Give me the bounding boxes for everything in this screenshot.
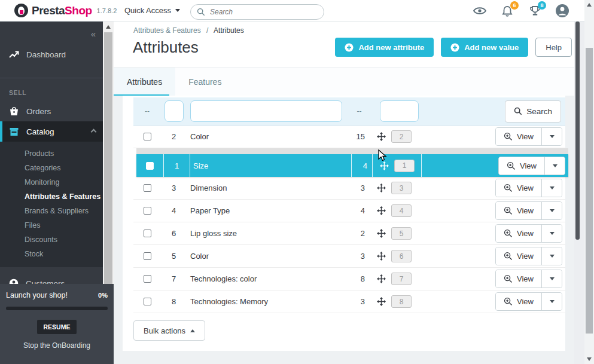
row-checkbox[interactable] bbox=[144, 252, 151, 260]
move-handle-icon[interactable] bbox=[377, 206, 386, 215]
table-row: 2 Color 15 2 View bbox=[133, 126, 565, 148]
view-dropdown-caret[interactable] bbox=[544, 157, 565, 175]
view-dropdown-caret[interactable] bbox=[541, 202, 562, 219]
row-id: 2 bbox=[161, 132, 187, 141]
view-button[interactable]: View bbox=[496, 247, 541, 265]
row-name: Color bbox=[187, 132, 349, 141]
notifications-bell-icon[interactable]: 6 bbox=[500, 4, 514, 18]
sidebar-item-products[interactable]: Products bbox=[0, 146, 103, 161]
row-name: Size bbox=[190, 154, 352, 177]
position-input[interactable]: 1 bbox=[394, 160, 415, 172]
view-button[interactable]: View bbox=[496, 179, 541, 197]
view-dropdown-caret[interactable] bbox=[541, 128, 562, 145]
sidebar-item-stock[interactable]: Stock bbox=[0, 247, 103, 261]
position-input[interactable]: 5 bbox=[391, 227, 412, 240]
position-input[interactable]: 4 bbox=[391, 204, 412, 217]
profile-avatar[interactable] bbox=[555, 4, 569, 18]
position-input[interactable]: 6 bbox=[391, 250, 412, 262]
move-handle-icon[interactable] bbox=[377, 252, 386, 261]
view-button[interactable]: View bbox=[496, 128, 541, 145]
view-shop-eye-icon[interactable] bbox=[473, 4, 487, 18]
stop-onboarding-link[interactable]: Stop the OnBoarding bbox=[6, 341, 108, 350]
sidebar-item-categories[interactable]: Categories bbox=[0, 161, 103, 175]
sidebar-item-files[interactable]: Files bbox=[0, 218, 103, 233]
view-button[interactable]: View bbox=[496, 293, 541, 310]
sidebar-item-brands-suppliers[interactable]: Brands & Suppliers bbox=[0, 204, 103, 218]
row-name: Technologies: color bbox=[187, 274, 349, 283]
trophy-icon[interactable]: 8 bbox=[528, 4, 542, 18]
filter-values-dash: -- bbox=[349, 107, 370, 115]
position-input[interactable]: 2 bbox=[391, 130, 412, 143]
tab-attributes[interactable]: Attributes bbox=[114, 68, 175, 96]
view-dropdown-caret[interactable] bbox=[541, 225, 562, 242]
view-button[interactable]: View bbox=[496, 202, 541, 219]
view-dropdown-caret[interactable] bbox=[541, 293, 562, 310]
scroll-down-arrow-icon[interactable] bbox=[587, 357, 592, 361]
onboarding-progress-bar bbox=[6, 307, 108, 310]
view-button[interactable]: View bbox=[499, 157, 544, 175]
zoom-in-icon bbox=[504, 132, 513, 141]
move-handle-icon[interactable] bbox=[377, 132, 386, 141]
sidebar-item-discounts[interactable]: Discounts bbox=[0, 233, 103, 247]
bulk-actions-button[interactable]: Bulk actions bbox=[133, 320, 205, 341]
inner-scrollbar[interactable] bbox=[574, 22, 584, 364]
row-checkbox[interactable] bbox=[144, 207, 151, 215]
search-input[interactable] bbox=[210, 8, 306, 16]
filter-name-input[interactable] bbox=[190, 100, 342, 122]
filter-position-input[interactable] bbox=[380, 100, 419, 122]
add-new-attribute-button[interactable]: Add new attribute bbox=[335, 38, 434, 57]
orders-basket-icon bbox=[9, 106, 19, 116]
position-input[interactable]: 8 bbox=[391, 295, 412, 308]
move-handle-icon[interactable] bbox=[377, 297, 386, 306]
sidebar-item-monitoring[interactable]: Monitoring bbox=[0, 175, 103, 189]
row-name: Technologies: Memory bbox=[187, 297, 349, 306]
row-values-count: 8 bbox=[349, 274, 370, 283]
row-checkbox[interactable] bbox=[144, 275, 151, 283]
prestashop-logo-icon bbox=[14, 4, 28, 17]
window-scrollbar[interactable] bbox=[584, 0, 594, 364]
view-split-button: View bbox=[495, 179, 562, 197]
move-handle-icon[interactable] bbox=[377, 274, 386, 283]
position-input[interactable]: 3 bbox=[391, 182, 412, 194]
filter-search-button[interactable]: Search bbox=[505, 100, 561, 123]
row-checkbox[interactable] bbox=[146, 162, 154, 170]
move-handle-icon[interactable] bbox=[377, 183, 386, 192]
view-button[interactable]: View bbox=[496, 270, 541, 287]
sidebar-collapse-icon[interactable]: « bbox=[91, 29, 95, 39]
tab-features[interactable]: Features bbox=[175, 68, 234, 96]
plus-circle-icon bbox=[345, 43, 354, 52]
sidebar-item-orders[interactable]: Orders bbox=[0, 101, 103, 121]
row-checkbox[interactable] bbox=[144, 184, 151, 192]
add-new-value-button[interactable]: Add new value bbox=[441, 38, 528, 57]
resume-button[interactable]: RESUME bbox=[37, 320, 77, 334]
prestashop-logo[interactable]: PrestaShop 1.7.8.2 bbox=[0, 4, 120, 17]
view-dropdown-caret[interactable] bbox=[541, 270, 562, 287]
row-name: Lip gloss size bbox=[187, 229, 349, 238]
view-button[interactable]: View bbox=[496, 225, 541, 242]
position-input[interactable]: 7 bbox=[391, 273, 412, 285]
scroll-up-arrow-icon[interactable] bbox=[587, 3, 592, 7]
filter-id-input[interactable] bbox=[165, 100, 184, 122]
row-checkbox[interactable] bbox=[144, 133, 151, 140]
move-handle-icon[interactable] bbox=[380, 161, 389, 170]
view-dropdown-caret[interactable] bbox=[541, 179, 562, 197]
row-checkbox[interactable] bbox=[144, 298, 151, 305]
breadcrumb-parent[interactable]: Attributes & Features bbox=[133, 26, 201, 35]
sidebar-scrollbar-thumb[interactable] bbox=[104, 32, 112, 284]
sidebar-item-catalog[interactable]: Catalog bbox=[0, 121, 103, 142]
help-button[interactable]: Help bbox=[535, 38, 572, 57]
row-name: Dimension bbox=[187, 183, 349, 192]
zoom-in-icon bbox=[507, 161, 516, 170]
inner-scrollbar-thumb[interactable] bbox=[575, 22, 580, 240]
scroll-up-arrow-icon[interactable] bbox=[106, 25, 111, 29]
move-handle-icon[interactable] bbox=[377, 229, 386, 238]
window-scrollbar-thumb[interactable] bbox=[586, 48, 593, 334]
view-dropdown-caret[interactable] bbox=[541, 247, 562, 265]
row-checkbox[interactable] bbox=[144, 230, 151, 237]
row-values-count: 15 bbox=[349, 132, 370, 141]
quick-access-dropdown[interactable]: Quick Access bbox=[124, 6, 180, 15]
sidebar-item-dashboard[interactable]: Dashboard bbox=[0, 44, 103, 65]
zoom-in-icon bbox=[504, 297, 513, 306]
sidebar-item-attributes-features[interactable]: Attributes & Features bbox=[0, 189, 103, 204]
row-id: 6 bbox=[161, 229, 187, 238]
